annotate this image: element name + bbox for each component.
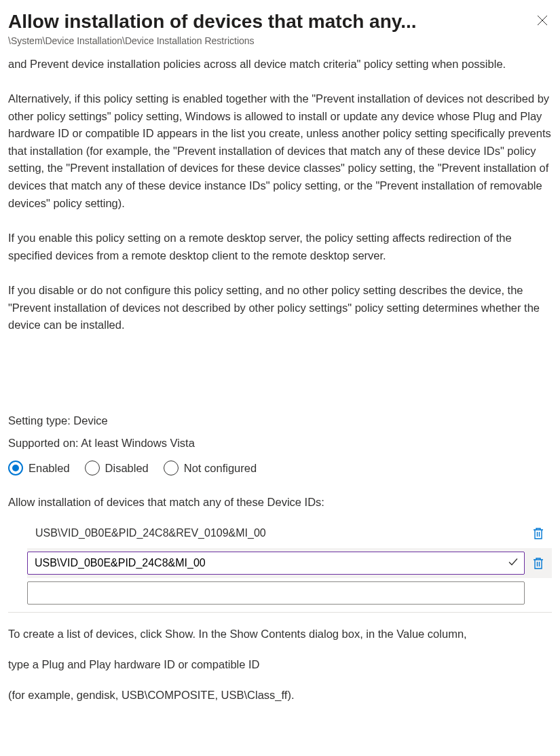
description-paragraph: Alternatively, if this policy setting is… <box>8 90 552 212</box>
radio-icon <box>85 461 100 475</box>
description-paragraph: If you disable or do not configure this … <box>8 282 552 334</box>
device-id-row <box>27 578 552 608</box>
radio-icon <box>164 461 179 475</box>
delete-row-button[interactable] <box>525 526 552 540</box>
radio-label: Not configured <box>184 462 257 475</box>
policy-settings-panel: Allow installation of devices that match… <box>0 0 560 702</box>
description-paragraph: If you enable this policy setting on a r… <box>8 230 552 264</box>
help-text: To create a list of devices, click Show.… <box>8 628 552 641</box>
supported-on: Supported on: At least Windows Vista <box>8 437 552 450</box>
close-icon <box>537 15 548 26</box>
description-scroll-area[interactable]: target Windows 10 versions. It is recomm… <box>8 53 552 405</box>
device-id-value[interactable]: USB\VID_0B0E&PID_24C8&REV_0109&MI_00 <box>27 527 525 539</box>
help-text: (for example, gendisk, USB\COMPOSITE, US… <box>8 689 552 702</box>
help-text: type a Plug and Play hardware ID or comp… <box>8 658 552 671</box>
breadcrumb: \System\Device Installation\Device Insta… <box>8 35 552 46</box>
trash-icon <box>532 526 544 540</box>
device-id-row: USB\VID_0B0E&PID_24C8&REV_0109&MI_00 <box>27 518 552 548</box>
description-paragraph: target Windows 10 versions. It is recomm… <box>8 53 552 73</box>
setting-type: Setting type: Device <box>8 414 552 427</box>
radio-not-configured[interactable]: Not configured <box>164 461 257 475</box>
radio-label: Disabled <box>105 462 149 475</box>
device-id-row <box>27 548 552 578</box>
radio-enabled[interactable]: Enabled <box>8 461 70 475</box>
divider <box>8 612 552 613</box>
radio-disabled[interactable]: Disabled <box>85 461 149 475</box>
close-button[interactable] <box>534 12 550 29</box>
delete-row-button[interactable] <box>525 556 552 570</box>
radio-label: Enabled <box>29 462 70 475</box>
page-title: Allow installation of devices that match… <box>8 7 525 33</box>
device-id-input[interactable] <box>27 552 525 575</box>
device-id-list-label: Allow installation of devices that match… <box>8 496 552 509</box>
state-radio-group: Enabled Disabled Not configured <box>8 461 552 475</box>
checkmark-icon <box>507 556 519 569</box>
trash-icon <box>532 556 544 570</box>
device-id-input-empty[interactable] <box>27 581 525 605</box>
radio-icon <box>8 461 23 475</box>
confirm-button[interactable] <box>507 556 519 571</box>
device-id-list: USB\VID_0B0E&PID_24C8&REV_0109&MI_00 <box>8 518 552 608</box>
